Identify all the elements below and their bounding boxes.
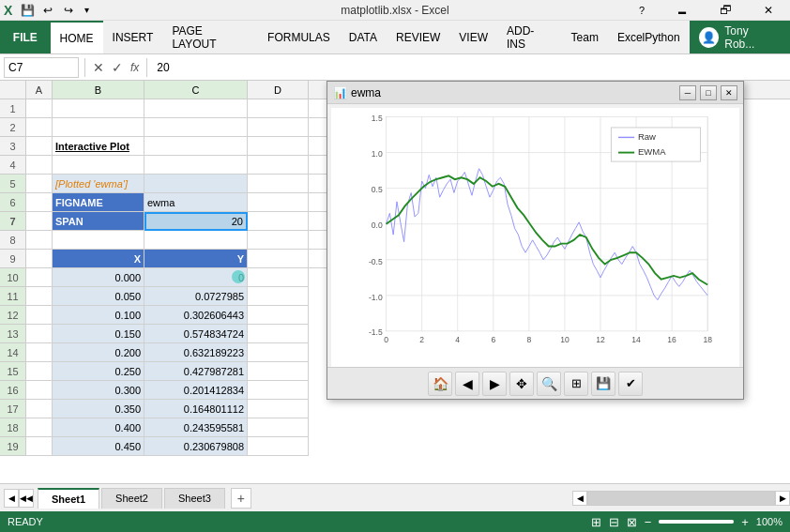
- cell-a7[interactable]: [26, 212, 53, 231]
- cell-a10[interactable]: [26, 268, 53, 287]
- plot-home-btn[interactable]: 🏠: [428, 372, 452, 396]
- cell-b12[interactable]: 0.100: [53, 306, 144, 325]
- cell-c10[interactable]: 0: [144, 268, 248, 287]
- cell-a16[interactable]: [26, 381, 53, 400]
- cell-d18[interactable]: [248, 418, 309, 437]
- scroll-left-btn[interactable]: ◀: [4, 489, 19, 508]
- cell-d7[interactable]: [248, 212, 309, 231]
- col-header-a[interactable]: A: [26, 81, 53, 99]
- save-qat-btn[interactable]: 💾: [18, 2, 37, 19]
- sheet-tab-1[interactable]: Sheet1: [38, 488, 99, 509]
- zoom-out-icon[interactable]: −: [645, 515, 652, 529]
- cell-c7[interactable]: 20: [144, 212, 248, 231]
- cell-c5[interactable]: [144, 175, 248, 193]
- cell-d17[interactable]: [248, 400, 309, 418]
- cell-b1[interactable]: [53, 99, 144, 118]
- cell-c6[interactable]: ewma: [144, 193, 248, 212]
- name-box[interactable]: C7: [4, 57, 79, 78]
- cell-a13[interactable]: [26, 325, 53, 343]
- row-num-6[interactable]: 6: [0, 193, 26, 212]
- cell-b7[interactable]: SPAN: [53, 212, 144, 231]
- plot-maximize-btn[interactable]: □: [700, 99, 717, 100]
- cell-a5[interactable]: [26, 175, 53, 193]
- cell-d13[interactable]: [248, 325, 309, 343]
- cell-b11[interactable]: 0.050: [53, 287, 144, 306]
- cell-c15[interactable]: 0.427987281: [144, 362, 248, 381]
- cell-b15[interactable]: 0.250: [53, 362, 144, 381]
- confirm-icon[interactable]: ✓: [110, 60, 125, 75]
- cell-d11[interactable]: [248, 287, 309, 306]
- cell-c1[interactable]: [144, 99, 248, 118]
- plot-check-btn[interactable]: ✔: [618, 372, 643, 396]
- cell-c3[interactable]: [144, 137, 248, 156]
- qat-customize-btn[interactable]: ▾: [80, 2, 93, 19]
- cell-a2[interactable]: [26, 118, 53, 137]
- minimize-btn[interactable]: 🗕: [661, 0, 704, 21]
- cell-b17[interactable]: 0.350: [53, 400, 144, 418]
- plot-subplot-btn[interactable]: ⊞: [564, 372, 588, 396]
- row-num-16[interactable]: 16: [0, 381, 26, 400]
- row-num-17[interactable]: 17: [0, 400, 26, 418]
- zoom-slider[interactable]: [659, 520, 734, 524]
- cell-b8[interactable]: [53, 231, 144, 250]
- cell-a4[interactable]: [26, 156, 53, 175]
- tab-insert[interactable]: INSERT: [103, 21, 163, 53]
- col-header-d[interactable]: D: [248, 81, 309, 99]
- row-num-4[interactable]: 4: [0, 156, 26, 175]
- cell-d2[interactable]: [248, 118, 309, 137]
- cell-a14[interactable]: [26, 343, 53, 362]
- cell-c11[interactable]: 0.0727985: [144, 287, 248, 306]
- cell-d15[interactable]: [248, 362, 309, 381]
- file-button[interactable]: FILE: [0, 21, 51, 53]
- cell-b6[interactable]: FIGNAME: [53, 193, 144, 212]
- row-num-15[interactable]: 15: [0, 362, 26, 381]
- cell-b19[interactable]: 0.450: [53, 437, 144, 456]
- help-btn[interactable]: ?: [623, 0, 661, 21]
- cell-a8[interactable]: [26, 231, 53, 250]
- tab-review[interactable]: REVIEW: [387, 21, 449, 53]
- tab-home[interactable]: HOME: [51, 21, 103, 53]
- plot-back-btn[interactable]: ◀: [455, 372, 479, 396]
- user-area[interactable]: 👤 Tony Rob...: [690, 21, 790, 53]
- close-btn[interactable]: ✕: [747, 0, 790, 21]
- redo-qat-btn[interactable]: ↪: [59, 2, 78, 19]
- row-num-10[interactable]: 10: [0, 268, 26, 287]
- cell-a1[interactable]: [26, 99, 53, 118]
- cell-c4[interactable]: [144, 156, 248, 175]
- col-header-c[interactable]: C: [144, 81, 248, 99]
- maximize-btn[interactable]: 🗗: [704, 0, 747, 21]
- cell-b10[interactable]: 0.000: [53, 268, 144, 287]
- cell-a6[interactable]: [26, 193, 53, 212]
- cell-c16[interactable]: 0.201412834: [144, 381, 248, 400]
- row-num-7[interactable]: 7: [0, 212, 26, 231]
- cell-a17[interactable]: [26, 400, 53, 418]
- formula-input[interactable]: [153, 57, 786, 78]
- normal-view-icon[interactable]: ⊞: [591, 515, 601, 529]
- cell-d14[interactable]: [248, 343, 309, 362]
- cell-a15[interactable]: [26, 362, 53, 381]
- tab-team[interactable]: Team: [562, 21, 608, 53]
- cell-d19[interactable]: [248, 437, 309, 456]
- cell-a11[interactable]: [26, 287, 53, 306]
- hscroll-left[interactable]: ◀: [572, 491, 587, 506]
- row-num-12[interactable]: 12: [0, 306, 26, 325]
- cell-d16[interactable]: [248, 381, 309, 400]
- cell-c8[interactable]: [144, 231, 248, 250]
- cell-d9[interactable]: [248, 250, 309, 268]
- plot-save-btn[interactable]: 💾: [591, 372, 615, 396]
- cell-d10[interactable]: [248, 268, 309, 287]
- cell-d5[interactable]: [248, 175, 309, 193]
- undo-qat-btn[interactable]: ↩: [38, 2, 57, 19]
- col-header-b[interactable]: B: [53, 81, 144, 99]
- row-num-3[interactable]: 3: [0, 137, 26, 156]
- scroll-left-btn2[interactable]: ◀◀: [19, 489, 34, 508]
- cell-a3[interactable]: [26, 137, 53, 156]
- cell-b16[interactable]: 0.300: [53, 381, 144, 400]
- cell-c2[interactable]: [144, 118, 248, 137]
- cell-b13[interactable]: 0.150: [53, 325, 144, 343]
- plot-minimize-btn[interactable]: ─: [679, 99, 696, 100]
- row-num-5[interactable]: 5: [0, 175, 26, 193]
- row-num-13[interactable]: 13: [0, 325, 26, 343]
- sheet-tab-2[interactable]: Sheet2: [101, 488, 162, 509]
- cell-a18[interactable]: [26, 418, 53, 437]
